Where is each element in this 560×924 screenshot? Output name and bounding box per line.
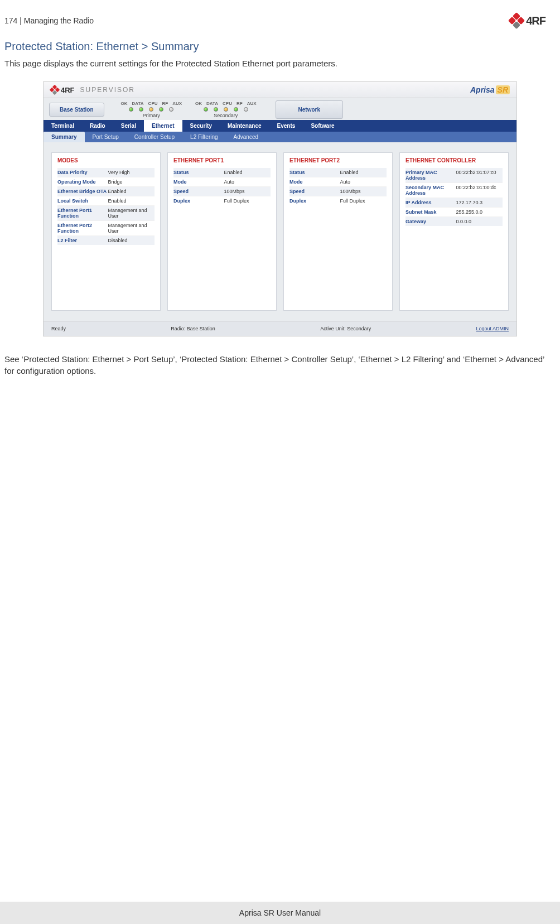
led-label: CPU <box>223 101 232 106</box>
led-label: CPU <box>148 101 158 106</box>
base-station-button[interactable]: Base Station <box>49 103 104 117</box>
row-key: Mode <box>289 179 340 185</box>
row-value: Management and User <box>108 208 155 219</box>
page-header: 174 | Managing the Radio 4RF <box>0 0 560 32</box>
table-row: Operating ModeBridge <box>57 177 155 187</box>
row-key: Local Switch <box>57 198 108 204</box>
status-row: Base Station OK DATA CPU RF AUX Primary <box>44 98 516 120</box>
row-key: Mode <box>173 179 224 185</box>
supervisor-label: SUPERVISOR <box>80 86 135 94</box>
subtab-advanced[interactable]: Advanced <box>226 132 266 142</box>
table-row: IP Address172.17.70.3 <box>405 198 503 208</box>
row-key: Gateway <box>405 219 456 224</box>
app-logo-icon <box>50 85 59 94</box>
tab-serial[interactable]: Serial <box>113 120 144 132</box>
table-row: Gateway0.0.0.0 <box>405 217 503 226</box>
led-icon <box>204 107 208 112</box>
panels-area: MODES Data PriorityVery HighOperating Mo… <box>44 142 516 321</box>
row-key: Status <box>289 170 340 175</box>
row-value: Full Duplex <box>340 198 387 204</box>
app-logo: 4RF <box>50 85 75 94</box>
main-tabs: Terminal Radio Serial Ethernet Security … <box>44 120 516 132</box>
row-value: Enabled <box>108 189 155 194</box>
row-value: Very High <box>108 170 155 175</box>
row-value: 100Mbps <box>340 189 387 194</box>
led-icon <box>214 107 218 112</box>
brand-text: 4RF <box>526 15 545 27</box>
product-badge: AprisaSR <box>470 85 510 94</box>
brand-logo: 4RF <box>509 13 545 28</box>
table-row: Speed100Mbps <box>289 187 387 196</box>
row-value: 172.17.70.3 <box>456 200 503 205</box>
led-icon <box>244 107 248 112</box>
panel-title: ETHERNET CONTROLLER <box>405 157 503 163</box>
row-value: 100Mbps <box>224 189 271 194</box>
logout-link[interactable]: Logout ADMIN <box>476 326 509 331</box>
subtab-controller-setup[interactable]: Controller Setup <box>127 132 182 142</box>
table-row: DuplexFull Duplex <box>289 196 387 205</box>
row-key: Status <box>173 170 224 175</box>
row-value: Disabled <box>108 238 155 243</box>
led-label: RF <box>236 101 243 106</box>
table-row: DuplexFull Duplex <box>173 196 271 205</box>
table-row: Ethernet Port2 FunctionManagement and Us… <box>57 221 155 236</box>
row-key: Speed <box>173 189 224 194</box>
panel-title: MODES <box>57 157 155 163</box>
led-label: OK <box>121 101 128 106</box>
badge-suffix: SR <box>496 85 510 94</box>
tab-radio[interactable]: Radio <box>82 120 113 132</box>
footer-status: Ready <box>51 326 66 331</box>
table-row: Secondary MAC Address00:22:b2:01:00:dc <box>405 183 503 198</box>
table-row: Local SwitchEnabled <box>57 196 155 206</box>
panel-modes: MODES Data PriorityVery HighOperating Mo… <box>51 152 161 311</box>
row-key: IP Address <box>405 200 456 205</box>
led-label: AUX <box>172 101 182 106</box>
table-row: Speed100Mbps <box>173 187 271 196</box>
panel-port1: ETHERNET PORT1 StatusEnabledModeAutoSpee… <box>167 152 277 311</box>
table-row: L2 FilterDisabled <box>57 236 155 245</box>
led-icon <box>234 107 238 112</box>
row-key: Subnet Mask <box>405 209 456 215</box>
led-icon <box>129 107 133 112</box>
row-key: Speed <box>289 189 340 194</box>
table-row: Subnet Mask255.255.0.0 <box>405 208 503 217</box>
row-key: Primary MAC Address <box>405 170 456 181</box>
footer-radio: Radio: Base Station <box>171 326 215 331</box>
row-key: Duplex <box>289 198 340 204</box>
row-value: 00:22:b2:01:07:c0 <box>456 170 503 181</box>
tab-ethernet[interactable]: Ethernet <box>144 120 182 132</box>
led-label: DATA <box>132 101 144 106</box>
tab-terminal[interactable]: Terminal <box>44 120 82 132</box>
app-logo-text: 4RF <box>61 86 75 94</box>
row-key: Operating Mode <box>57 179 108 185</box>
row-key: Ethernet Port1 Function <box>57 208 108 219</box>
table-row: StatusEnabled <box>173 168 271 177</box>
tab-maintenance[interactable]: Maintenance <box>220 120 269 132</box>
led-icon <box>224 107 228 112</box>
row-key: Secondary MAC Address <box>405 185 456 196</box>
after-text: See ‘Protected Station: Ethernet > Port … <box>4 353 556 377</box>
row-value: Auto <box>340 179 387 185</box>
network-button[interactable]: Network <box>276 100 343 119</box>
sub-tabs: Summary Port Setup Controller Setup L2 F… <box>44 132 516 142</box>
row-value: 0.0.0.0 <box>456 219 503 224</box>
row-value: Auto <box>224 179 271 185</box>
row-value: Full Duplex <box>224 198 271 204</box>
row-key: Data Priority <box>57 170 108 175</box>
subtab-summary[interactable]: Summary <box>44 132 85 142</box>
intro-text: This page displays the current settings … <box>4 59 556 68</box>
panel-title: ETHERNET PORT1 <box>173 157 271 163</box>
led-group-secondary: OK DATA CPU RF AUX Secondary <box>195 101 256 118</box>
subtab-port-setup[interactable]: Port Setup <box>85 132 127 142</box>
subtab-l2-filtering[interactable]: L2 Filtering <box>182 132 225 142</box>
manual-footer: Aprisa SR User Manual <box>0 902 560 924</box>
badge-main: Aprisa <box>470 85 495 94</box>
app-footer: Ready Radio: Base Station Active Unit: S… <box>44 321 516 336</box>
row-value: Bridge <box>108 179 155 185</box>
group-label: Primary <box>143 113 160 118</box>
tab-software[interactable]: Software <box>303 120 342 132</box>
section-name: Managing the Radio <box>24 16 94 25</box>
app-screenshot: 4RF SUPERVISOR AprisaSR Base Station OK … <box>43 81 517 336</box>
tab-security[interactable]: Security <box>182 120 220 132</box>
tab-events[interactable]: Events <box>269 120 303 132</box>
